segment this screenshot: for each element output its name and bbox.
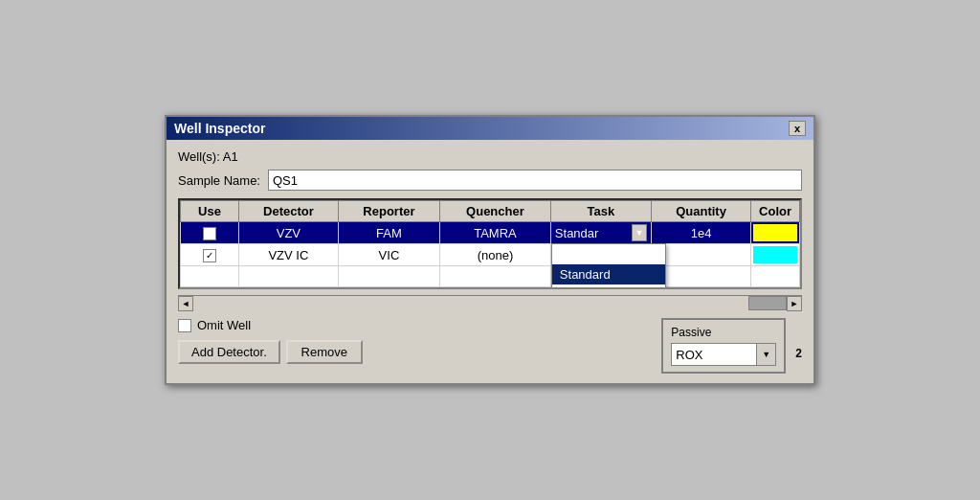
detector-cell-1: VZV [238, 222, 338, 244]
omit-well-checkbox[interactable] [178, 319, 191, 332]
omit-well-label: Omit Well [197, 318, 251, 332]
table-row-empty [181, 266, 800, 287]
sample-name-row: Sample Name: [178, 170, 802, 191]
scroll-right-arrow[interactable]: ► [787, 296, 802, 311]
col-use: Use [181, 201, 239, 222]
omit-well-row: Omit Well [178, 318, 363, 332]
task-select-1[interactable]: Standar ▼ [551, 222, 651, 243]
quantity-cell-2 [652, 244, 751, 266]
close-button[interactable]: x [789, 121, 806, 136]
reporter-cell-1: FAM [338, 222, 439, 244]
remove-button[interactable]: Remove [286, 340, 363, 364]
task-dropdown-popup: Unknown Standard NTC [551, 243, 666, 289]
dialog-title: Well Inspector [174, 121, 265, 136]
use-checkbox-cell[interactable]: ✓ [181, 222, 239, 244]
add-detector-button[interactable]: Add Detector. [178, 340, 280, 364]
passive-label: Passive [671, 326, 776, 339]
scroll-thumb[interactable] [748, 296, 787, 310]
col-task: Task [550, 201, 651, 222]
passive-dropdown-arrow[interactable]: ▼ [756, 344, 775, 365]
annotation-2: 2 [795, 347, 802, 360]
table-row[interactable]: ✓ VZV FAM TAMRA Standar ▼ [181, 222, 800, 244]
dropdown-option-unknown[interactable]: Unknown [552, 244, 665, 264]
quencher-cell-2: (none) [440, 244, 551, 266]
col-quantity: Quantity [652, 201, 751, 222]
color-swatch-2 [753, 246, 797, 263]
table-row[interactable]: ✓ VZV IC VIC (none) [181, 244, 800, 266]
task-dropdown-arrow-1[interactable]: ▼ [632, 224, 647, 241]
table-header-row: Use Detector Reporter Quencher Task Quan… [181, 201, 800, 222]
scroll-left-arrow[interactable]: ◄ [178, 296, 193, 311]
detector-table-container: Use Detector Reporter Quencher Task Quan… [178, 198, 802, 289]
scroll-track[interactable] [193, 296, 787, 310]
quencher-cell-1: TAMRA [440, 222, 551, 244]
use-checkbox-cell-2[interactable]: ✓ [181, 244, 239, 266]
task-wrapper-1: Standar ▼ Unknown Standard NTC [551, 222, 651, 243]
detector-cell-2: VZV IC [238, 244, 338, 266]
color-cell-2 [751, 244, 800, 266]
bottom-row: Omit Well Add Detector. Remove Passive R… [178, 318, 802, 374]
dropdown-option-ntc[interactable]: NTC [552, 284, 665, 289]
title-bar: Well Inspector x [167, 117, 813, 140]
use-checkbox-1[interactable]: ✓ [203, 227, 216, 240]
detector-table: Use Detector Reporter Quencher Task Quan… [180, 200, 800, 287]
sample-name-label: Sample Name: [178, 173, 260, 188]
col-detector: Detector [238, 201, 338, 222]
bottom-left: Omit Well Add Detector. Remove [178, 318, 363, 364]
dropdown-option-standard[interactable]: Standard [552, 264, 665, 284]
color-cell-1 [751, 222, 800, 244]
passive-value: ROX [672, 346, 756, 364]
well-inspector-dialog: Well Inspector x Well(s): A1 Sample Name… [165, 115, 815, 385]
quantity-cell-1: 1e4 [652, 222, 751, 244]
horizontal-scrollbar[interactable]: ◄ ► [178, 295, 802, 310]
passive-box: Passive ROX ▼ [661, 318, 786, 374]
color-swatch-1 [753, 224, 797, 241]
buttons-row: Add Detector. Remove [178, 340, 363, 364]
task-cell-1[interactable]: Standar ▼ Unknown Standard NTC [550, 222, 651, 244]
col-color: Color [751, 201, 800, 222]
reporter-cell-2: VIC [338, 244, 439, 266]
passive-section: Passive ROX ▼ 2 [661, 318, 802, 374]
wells-label: Well(s): A1 [178, 149, 802, 164]
task-text-1: Standar [555, 226, 632, 240]
col-quencher: Quencher [440, 201, 551, 222]
use-checkbox-2[interactable]: ✓ [203, 249, 216, 262]
dialog-body: Well(s): A1 Sample Name: Use Detector Re… [167, 140, 813, 383]
col-reporter: Reporter [338, 201, 439, 222]
sample-name-input[interactable] [268, 170, 802, 191]
passive-select[interactable]: ROX ▼ [671, 343, 776, 366]
